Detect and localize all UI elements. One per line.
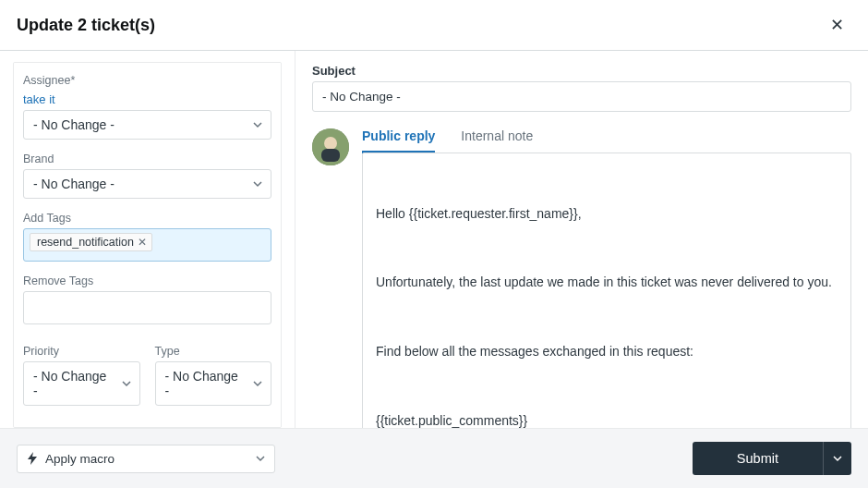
chevron-down-icon	[256, 454, 265, 463]
brand-label: Brand	[23, 152, 271, 165]
properties-panel: Assignee* take it - No Change - Brand - …	[0, 51, 295, 428]
type-field: Type - No Change -	[155, 345, 272, 406]
submit-button[interactable]: Submit	[693, 442, 823, 475]
priority-field: Priority - No Change -	[23, 345, 140, 406]
add-tags-label: Add Tags	[23, 212, 271, 225]
subject-label: Subject	[312, 64, 851, 78]
chevron-down-icon	[253, 179, 262, 189]
modal-header: Update 2 ticket(s) ✕	[0, 0, 868, 51]
tab-public-reply[interactable]: Public reply	[362, 128, 435, 153]
remove-tags-field: Remove Tags	[23, 274, 271, 324]
add-tags-field: Add Tags resend_notification ✕	[23, 212, 271, 262]
take-it-link[interactable]: take it	[23, 92, 55, 106]
submit-group: Submit	[693, 442, 851, 475]
priority-label: Priority	[23, 345, 140, 358]
tab-internal-note[interactable]: Internal note	[461, 128, 533, 153]
assignee-field: Assignee* take it - No Change -	[23, 74, 271, 140]
assignee-label: Assignee*	[23, 74, 271, 87]
chevron-down-icon	[253, 379, 262, 388]
chevron-down-icon	[253, 120, 262, 129]
reply-tabs: Public reply Internal note	[362, 128, 851, 153]
bolt-icon	[27, 452, 38, 465]
brand-field: Brand - No Change -	[23, 152, 271, 199]
add-tags-input[interactable]: resend_notification ✕	[23, 228, 271, 262]
apply-macro-button[interactable]: Apply macro	[17, 445, 275, 473]
reply-panel: Subject - No Change - Public reply Inter…	[295, 51, 868, 428]
update-tickets-modal: Update 2 ticket(s) ✕ Assignee* take it -…	[0, 0, 868, 488]
assignee-select[interactable]: - No Change -	[23, 110, 271, 140]
avatar	[312, 128, 349, 165]
modal-title: Update 2 ticket(s)	[17, 16, 825, 35]
close-icon[interactable]: ✕	[825, 11, 850, 39]
type-label: Type	[155, 345, 272, 358]
subject-input[interactable]: - No Change -	[312, 81, 851, 112]
priority-select[interactable]: - No Change -	[23, 361, 140, 406]
tag-remove-icon[interactable]: ✕	[138, 236, 147, 249]
submit-dropdown-button[interactable]	[823, 442, 851, 475]
tag-resend-notification: resend_notification ✕	[30, 233, 152, 251]
remove-tags-label: Remove Tags	[23, 274, 271, 287]
chevron-down-icon	[122, 379, 131, 388]
brand-select[interactable]: - No Change -	[23, 169, 271, 199]
svg-point-1	[324, 137, 337, 150]
svg-rect-2	[321, 149, 340, 162]
remove-tags-input[interactable]	[23, 291, 271, 324]
type-select[interactable]: - No Change -	[155, 361, 272, 406]
modal-footer: Apply macro Submit	[0, 428, 868, 488]
